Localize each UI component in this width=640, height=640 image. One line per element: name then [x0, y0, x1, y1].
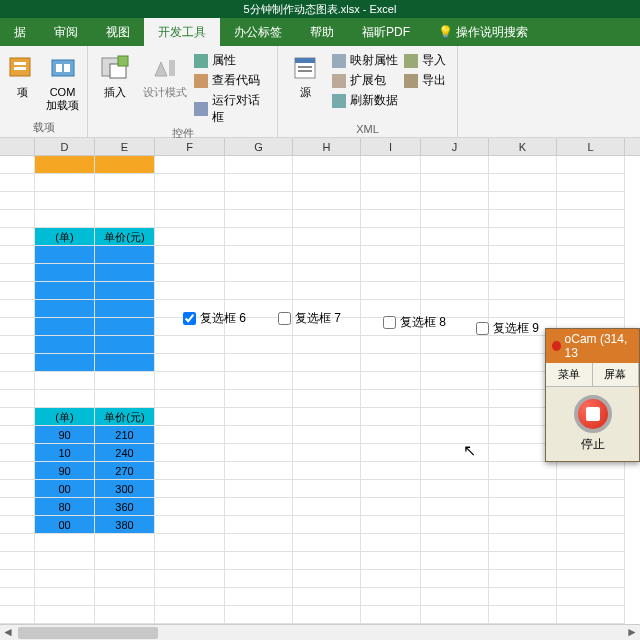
cell[interactable] [293, 588, 361, 606]
properties-item[interactable]: 属性 [194, 52, 271, 69]
ocam-stop-button[interactable]: 停止 [574, 395, 612, 453]
cell[interactable] [35, 372, 95, 390]
cell[interactable] [225, 390, 293, 408]
cell[interactable] [293, 228, 361, 246]
cell[interactable] [421, 498, 489, 516]
cell[interactable] [293, 498, 361, 516]
cell[interactable] [361, 534, 421, 552]
cell[interactable] [35, 336, 95, 354]
cell[interactable] [489, 534, 557, 552]
cell[interactable] [489, 192, 557, 210]
cell[interactable] [361, 210, 421, 228]
cell[interactable] [155, 354, 225, 372]
cell[interactable] [155, 498, 225, 516]
cell[interactable] [421, 264, 489, 282]
checkbox-9[interactable]: 复选框 9 [476, 320, 539, 337]
grid[interactable]: (单)单价(元)(单)单价(元)902101024090270003008036… [0, 156, 640, 640]
cell[interactable] [557, 210, 625, 228]
cell[interactable] [557, 606, 625, 624]
cell[interactable] [95, 174, 155, 192]
col-header[interactable]: D [35, 138, 95, 155]
import-item[interactable]: 导入 [404, 52, 446, 69]
cell[interactable] [557, 498, 625, 516]
cell[interactable] [225, 264, 293, 282]
cell[interactable]: (单) [35, 228, 95, 246]
cell[interactable] [421, 588, 489, 606]
cell[interactable] [293, 264, 361, 282]
cell[interactable] [155, 174, 225, 192]
cell[interactable] [35, 606, 95, 624]
cell[interactable] [557, 516, 625, 534]
menu-tab-0[interactable]: 据 [0, 18, 40, 46]
cell[interactable] [489, 606, 557, 624]
cell[interactable] [293, 282, 361, 300]
cell[interactable] [225, 228, 293, 246]
cell[interactable] [361, 372, 421, 390]
cell[interactable] [293, 210, 361, 228]
cell[interactable] [35, 552, 95, 570]
cell[interactable] [293, 552, 361, 570]
export-item[interactable]: 导出 [404, 72, 446, 89]
cell[interactable] [225, 588, 293, 606]
col-header[interactable]: I [361, 138, 421, 155]
cell[interactable] [225, 210, 293, 228]
cell[interactable] [95, 606, 155, 624]
cell[interactable] [361, 606, 421, 624]
cell[interactable] [155, 408, 225, 426]
menu-tab-3[interactable]: 开发工具 [144, 18, 220, 46]
cell[interactable] [557, 552, 625, 570]
cell[interactable] [361, 426, 421, 444]
cell[interactable] [421, 246, 489, 264]
cell[interactable] [489, 570, 557, 588]
cell[interactable] [95, 192, 155, 210]
cell[interactable] [557, 192, 625, 210]
cell[interactable] [293, 606, 361, 624]
cell[interactable] [421, 534, 489, 552]
addins-button[interactable]: 项 [6, 50, 38, 99]
cell[interactable] [293, 354, 361, 372]
cell[interactable] [225, 192, 293, 210]
cell[interactable] [293, 480, 361, 498]
cell[interactable] [225, 606, 293, 624]
cell[interactable]: 380 [95, 516, 155, 534]
cell[interactable] [361, 390, 421, 408]
cell[interactable] [293, 156, 361, 174]
cell[interactable] [225, 498, 293, 516]
cell[interactable] [293, 390, 361, 408]
cell[interactable] [293, 246, 361, 264]
cell[interactable] [489, 552, 557, 570]
cell[interactable] [95, 282, 155, 300]
cell[interactable] [361, 444, 421, 462]
com-addins-button[interactable]: COM 加载项 [44, 50, 81, 112]
cell[interactable]: 00 [35, 480, 95, 498]
cell[interactable] [557, 282, 625, 300]
cell[interactable] [489, 156, 557, 174]
cell[interactable] [557, 462, 625, 480]
cell[interactable] [35, 354, 95, 372]
cell[interactable] [361, 336, 421, 354]
scroll-thumb[interactable] [18, 627, 158, 639]
cell[interactable] [225, 282, 293, 300]
cell[interactable] [35, 300, 95, 318]
cell[interactable]: 240 [95, 444, 155, 462]
checkbox-6[interactable]: 复选框 6 [183, 310, 246, 327]
cell[interactable] [225, 444, 293, 462]
cell[interactable] [155, 516, 225, 534]
cell[interactable] [489, 462, 557, 480]
checkbox-input[interactable] [183, 312, 196, 325]
cell[interactable] [489, 300, 557, 318]
cell[interactable] [361, 354, 421, 372]
cell[interactable] [421, 282, 489, 300]
cell[interactable]: 单价(元) [95, 408, 155, 426]
ocam-window[interactable]: oCam (314, 13 菜单 屏幕 停止 [545, 328, 640, 462]
cell[interactable] [225, 570, 293, 588]
cell[interactable] [95, 300, 155, 318]
expand-pack-item[interactable]: 扩展包 [332, 72, 398, 89]
cell[interactable] [489, 480, 557, 498]
cell[interactable] [293, 462, 361, 480]
checkbox-8[interactable]: 复选框 8 [383, 314, 446, 331]
cell[interactable] [155, 156, 225, 174]
cell[interactable] [421, 192, 489, 210]
menu-tab-6[interactable]: 福昕PDF [348, 18, 424, 46]
cell[interactable] [361, 192, 421, 210]
